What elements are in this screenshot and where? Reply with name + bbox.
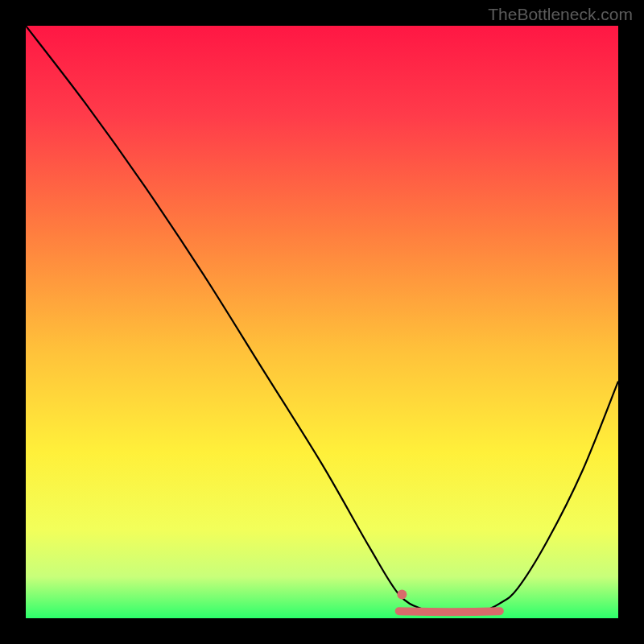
optimal-markers <box>26 26 618 618</box>
watermark-text: TheBottleneck.com <box>488 5 633 24</box>
svg-point-1 <box>397 590 407 600</box>
bottleneck-chart <box>26 26 618 618</box>
